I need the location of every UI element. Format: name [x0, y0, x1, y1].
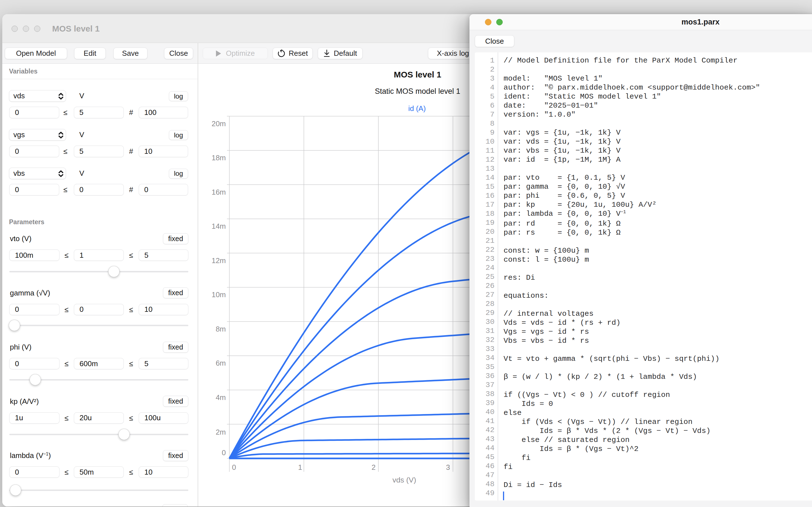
svg-text:6m: 6m	[216, 359, 226, 367]
svg-text:0: 0	[232, 463, 236, 471]
svg-text:14m: 14m	[211, 222, 226, 230]
svg-text:4m: 4m	[216, 393, 226, 402]
svg-text:3: 3	[446, 463, 450, 471]
svg-text:12m: 12m	[211, 256, 226, 265]
svg-text:8m: 8m	[216, 325, 226, 333]
svg-text:1: 1	[298, 463, 302, 471]
svg-text:10m: 10m	[211, 290, 226, 299]
svg-text:18m: 18m	[211, 154, 226, 162]
svg-text:2m: 2m	[216, 428, 226, 436]
svg-text:0: 0	[222, 448, 226, 457]
svg-text:20m: 20m	[211, 119, 226, 128]
svg-text:MOS level 1: MOS level 1	[394, 70, 441, 79]
svg-text:2: 2	[371, 463, 375, 471]
svg-text:id (A): id (A)	[408, 104, 426, 113]
svg-text:vds (V): vds (V)	[393, 476, 416, 484]
svg-text:16m: 16m	[211, 188, 226, 196]
svg-text:Static MOS model level 1: Static MOS model level 1	[375, 87, 460, 96]
